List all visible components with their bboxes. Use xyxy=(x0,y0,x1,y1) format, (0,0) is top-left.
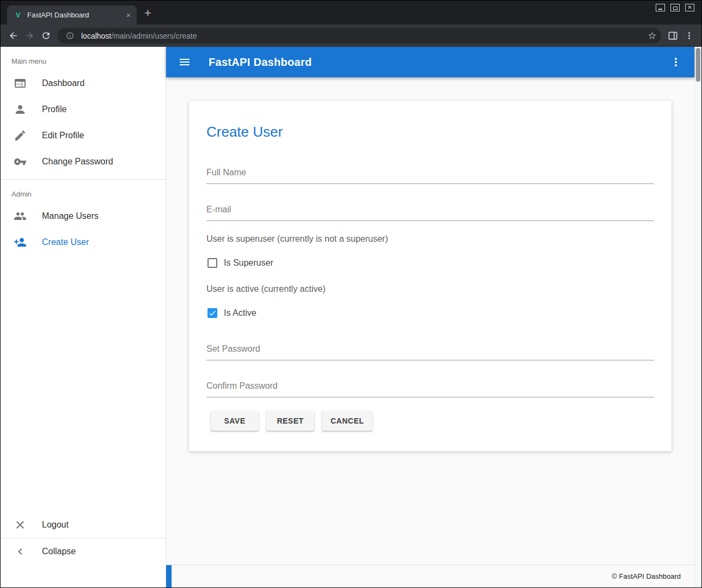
superuser-checkbox-label[interactable]: Is Superuser xyxy=(224,258,273,268)
create-user-card: Create User User is superuser (currently… xyxy=(189,101,672,451)
save-button[interactable]: SAVE xyxy=(211,411,259,431)
active-checkbox-row[interactable]: Is Active xyxy=(206,308,654,318)
url-host: localhost xyxy=(81,32,111,40)
sidebar-section-admin: Admin xyxy=(1,180,166,203)
appbar-menu-button[interactable] xyxy=(666,52,686,72)
menu-icon xyxy=(178,56,191,69)
set-password-field xyxy=(206,344,654,360)
sidebar-item-manage-users[interactable]: Manage Users xyxy=(1,203,166,229)
sidebar-item-edit-profile[interactable]: Edit Profile xyxy=(1,122,166,149)
browser-tab[interactable]: V FastAPI Dashboard × xyxy=(7,5,137,24)
close-icon xyxy=(14,518,27,531)
sidebar-item-collapse[interactable]: Collapse xyxy=(1,538,166,565)
hamburger-menu-button[interactable] xyxy=(175,52,194,72)
sidebar-item-label: Dashboard xyxy=(42,78,84,88)
url-text: localhost/main/admin/users/create xyxy=(81,32,645,40)
check-icon xyxy=(208,309,217,317)
superuser-checkbox-row[interactable]: Is Superuser xyxy=(206,258,654,268)
sidebar-item-label: Create User xyxy=(42,237,89,247)
browser-window: V FastAPI Dashboard × + ✕ localhost/main… xyxy=(0,0,702,588)
sidebar-item-label: Edit Profile xyxy=(42,131,84,140)
tab-close-icon[interactable]: × xyxy=(124,10,133,20)
people-icon xyxy=(14,210,27,223)
cancel-button[interactable]: CANCEL xyxy=(322,411,373,431)
set-password-input[interactable] xyxy=(206,344,654,360)
sidebar-item-label: Manage Users xyxy=(42,211,99,221)
window-controls: ✕ xyxy=(656,4,694,11)
side-panel-icon[interactable] xyxy=(664,28,681,44)
reset-button[interactable]: RESET xyxy=(266,411,314,431)
vuetify-logo-icon: V xyxy=(14,11,22,19)
full-name-input[interactable] xyxy=(206,168,654,184)
kebab-menu-icon xyxy=(669,56,682,69)
person-add-icon xyxy=(14,236,27,249)
page: Main menu Dashboard Profile Edit Profile… xyxy=(1,47,701,587)
arrow-forward-icon xyxy=(25,30,35,41)
browser-menu-icon[interactable] xyxy=(681,28,697,44)
window-minimize-button[interactable] xyxy=(656,4,665,11)
browser-toolbar: localhost/main/admin/users/create xyxy=(1,24,701,47)
key-icon xyxy=(14,155,27,168)
sidebar-item-logout[interactable]: Logout xyxy=(1,512,166,538)
sidebar-section-main-menu: Main menu xyxy=(1,47,166,70)
sidebar-item-label: Profile xyxy=(42,105,66,114)
reload-button[interactable] xyxy=(38,28,54,44)
sidebar-item-label: Change Password xyxy=(42,157,113,167)
footer-copyright: © FastAPI Dashboard xyxy=(612,572,681,580)
sidebar-item-profile[interactable]: Profile xyxy=(1,96,166,122)
edit-icon xyxy=(14,129,27,142)
email-field xyxy=(206,205,654,221)
sidebar-item-label: Collapse xyxy=(42,547,76,556)
sidebar-item-create-user[interactable]: Create User xyxy=(1,229,166,255)
content-area: Create User User is superuser (currently… xyxy=(166,77,694,565)
person-icon xyxy=(14,103,27,116)
active-hint: User is active (currently active) xyxy=(206,284,654,294)
active-checkbox-label[interactable]: Is Active xyxy=(224,308,257,318)
sidebar-item-label: Logout xyxy=(42,520,69,530)
footer-accent-strip xyxy=(166,565,172,587)
main-area: FastAPI Dashboard Create User User is su… xyxy=(166,47,694,587)
scrollbar[interactable] xyxy=(694,47,701,587)
window-close-button[interactable]: ✕ xyxy=(685,4,694,11)
arrow-back-icon xyxy=(8,30,19,41)
page-title: FastAPI Dashboard xyxy=(209,56,312,69)
button-row: SAVE RESET CANCEL xyxy=(206,411,654,431)
sidebar-item-dashboard[interactable]: Dashboard xyxy=(1,70,166,96)
confirm-password-input[interactable] xyxy=(206,381,654,397)
tab-title: FastAPI Dashboard xyxy=(27,11,119,19)
window-maximize-button[interactable] xyxy=(670,4,680,11)
new-tab-button[interactable]: + xyxy=(144,7,151,19)
card-title: Create User xyxy=(206,124,654,140)
tab-strip: V FastAPI Dashboard × + ✕ xyxy=(1,1,701,24)
bookmark-star-icon[interactable] xyxy=(645,29,659,43)
sidebar-item-change-password[interactable]: Change Password xyxy=(1,149,166,175)
active-checkbox[interactable] xyxy=(207,308,217,318)
email-input[interactable] xyxy=(206,205,654,221)
chevron-left-icon xyxy=(14,545,27,558)
full-name-field xyxy=(206,168,654,184)
superuser-checkbox[interactable] xyxy=(207,258,217,268)
back-button[interactable] xyxy=(5,28,21,44)
address-bar[interactable]: localhost/main/admin/users/create xyxy=(57,28,661,44)
forward-button[interactable] xyxy=(21,28,38,44)
reload-icon xyxy=(41,30,51,41)
app-bar: FastAPI Dashboard xyxy=(166,47,694,77)
superuser-hint: User is superuser (currently is not a su… xyxy=(206,234,654,244)
sidebar: Main menu Dashboard Profile Edit Profile… xyxy=(1,47,166,587)
site-info-icon[interactable] xyxy=(64,30,76,42)
scrollbar-thumb[interactable] xyxy=(696,48,700,82)
page-footer: © FastAPI Dashboard xyxy=(166,565,694,587)
dashboard-icon xyxy=(14,77,27,90)
confirm-password-field xyxy=(206,381,654,397)
sidebar-spacer xyxy=(1,255,166,512)
url-path: /main/admin/users/create xyxy=(111,32,197,40)
